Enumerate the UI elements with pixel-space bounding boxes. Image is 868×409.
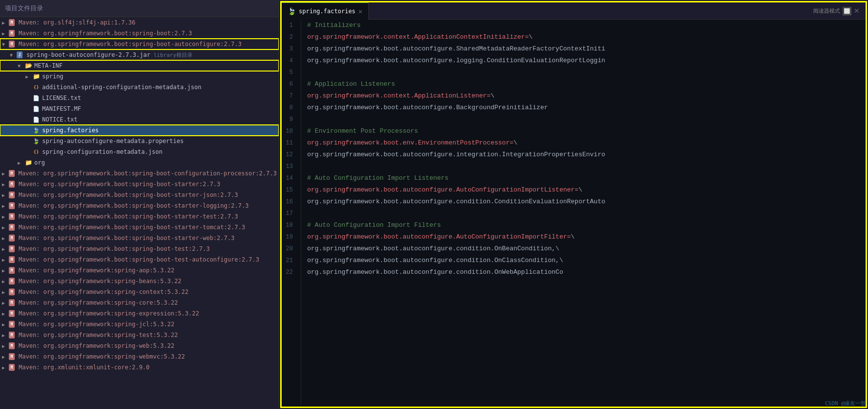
reading-mode-button[interactable]: 阅读器模式 🔲 ✕: [813, 6, 860, 16]
tree-arrow[interactable]: ▶: [2, 192, 9, 198]
tree-arrow[interactable]: ▶: [2, 279, 9, 284]
tab-spring-factories[interactable]: 🍃 spring.factories ✕: [282, 2, 369, 20]
file-icon: M: [9, 169, 17, 177]
tree-arrow[interactable]: ▶: [25, 74, 32, 79]
tree-item-maven-spring-boot[interactable]: ▶MMaven: org.springframework.boot:spring…: [0, 28, 279, 39]
tree-arrow[interactable]: ▶: [2, 333, 9, 338]
code-line: # Initializers: [307, 20, 866, 31]
tree-item-org-folder[interactable]: ▶📁org: [0, 157, 279, 168]
tree-arrow[interactable]: ▼: [10, 52, 17, 58]
tree-arrow[interactable]: ▶: [2, 354, 9, 360]
file-icon: M: [9, 19, 17, 26]
tree-arrow[interactable]: ▶: [2, 20, 9, 25]
tree-item-jar-autoconfigure[interactable]: ▼Jspring-boot-autoconfigure-2.7.3.jar li…: [0, 49, 279, 60]
tree-item-label: Maven: org.springframework:spring-webmvc…: [19, 353, 185, 360]
line-number: 16: [282, 196, 297, 208]
tree-item-maven-slf4j[interactable]: ▶MMaven: org.slf4j:slf4j-api:1.7.36: [0, 17, 279, 28]
tree-item-maven-boot-test-auto[interactable]: ▶MMaven: org.springframework.boot:spring…: [0, 254, 279, 265]
code-content: org.springframework.context.ApplicationC…: [307, 31, 532, 43]
tree-item-label: spring: [42, 73, 63, 80]
tree-item-maven-spring-context[interactable]: ▶MMaven: org.springframework:spring-cont…: [0, 287, 279, 297]
tree-item-add-spring-config[interactable]: {}additional-spring-configuration-metada…: [0, 82, 279, 93]
code-content: org.springframework.boot.autoconfigure.c…: [307, 266, 563, 278]
tree-arrow[interactable]: ▶: [2, 311, 9, 316]
tree-item-maven-starter-test[interactable]: ▶MMaven: org.springframework.boot:spring…: [0, 211, 279, 222]
tree-item-maven-spring-web[interactable]: ▶MMaven: org.springframework:spring-web:…: [0, 340, 279, 351]
tree-item-notice[interactable]: 📄NOTICE.txt: [0, 114, 279, 125]
line-number: 6: [282, 78, 297, 90]
tree-item-maven-starter-web[interactable]: ▶MMaven: org.springframework.boot:spring…: [0, 233, 279, 243]
tree-item-maven-spring-test[interactable]: ▶MMaven: org.springframework:spring-test…: [0, 330, 279, 340]
tree-item-maven-spring-expression[interactable]: ▶MMaven: org.springframework:spring-expr…: [0, 308, 279, 319]
code-area[interactable]: # Initializersorg.springframework.contex…: [301, 20, 866, 407]
tree-arrow[interactable]: ▼: [2, 42, 9, 47]
tree-item-maven-config-processor[interactable]: ▶MMaven: org.springframework.boot:spring…: [0, 168, 279, 179]
tree-arrow[interactable]: ▶: [2, 343, 9, 349]
code-line: # Application Listeners: [307, 78, 866, 90]
tree-item-maven-boot-test[interactable]: ▶MMaven: org.springframework.boot:spring…: [0, 243, 279, 254]
tree-arrow[interactable]: ▶: [2, 268, 9, 273]
tab-close-icon[interactable]: ✕: [359, 7, 362, 15]
tree-arrow[interactable]: ▶: [2, 322, 9, 327]
file-icon: M: [9, 277, 17, 285]
code-content: org.springframework.boot.autoconfigure.A…: [307, 231, 575, 243]
tree-arrow[interactable]: ▶: [2, 257, 9, 263]
tree-item-label: Maven: org.springframework:spring-test:5…: [19, 332, 178, 338]
tree-arrow[interactable]: ▶: [2, 246, 9, 252]
tree-item-maven-starter-tomcat[interactable]: ▶MMaven: org.springframework.boot:spring…: [0, 222, 279, 233]
tree-item-maven-starter[interactable]: ▶MMaven: org.springframework.boot:spring…: [0, 179, 279, 190]
line-number: 11: [282, 137, 297, 149]
code-line: org.springframework.boot.autoconfigure.B…: [307, 102, 866, 114]
file-icon: M: [9, 256, 17, 264]
tree-arrow[interactable]: ▶: [2, 300, 9, 306]
code-line: org.springframework.boot.autoconfigure.i…: [307, 149, 866, 161]
tree-item-label: Maven: org.xmlunit:xmlunit-core:2.9.0: [19, 364, 149, 371]
tree-item-maven-autoconfigure[interactable]: ▼MMaven: org.springframework.boot:spring…: [0, 39, 279, 49]
tree-arrow[interactable]: ▶: [2, 214, 9, 219]
code-content: org.springframework.boot.autoconfigure.c…: [307, 255, 563, 266]
tree-item-license[interactable]: 📄LICENSE.txt: [0, 93, 279, 103]
tree-item-spring-config-meta[interactable]: {}spring-configuration-metadata.json: [0, 146, 279, 157]
file-icon: M: [9, 29, 17, 37]
tree-item-maven-spring-aop[interactable]: ▶MMaven: org.springframework:spring-aop:…: [0, 265, 279, 276]
tree-arrow[interactable]: ▶: [2, 171, 9, 176]
tree-arrow[interactable]: ▶: [2, 203, 9, 209]
tree-item-label: Maven: org.springframework:spring-contex…: [19, 289, 189, 295]
tree-item-maven-spring-jcl[interactable]: ▶MMaven: org.springframework:spring-jcl:…: [0, 319, 279, 330]
tree-item-spring-autoconfigure-meta[interactable]: 🍃spring-autoconfigure-metadata.propertie…: [0, 136, 279, 146]
tree-item-maven-starter-json[interactable]: ▶MMaven: org.springframework.boot:spring…: [0, 190, 279, 200]
tree-item-spring-factories[interactable]: 🍃spring.factories: [0, 125, 279, 136]
file-icon: M: [9, 213, 17, 220]
file-icon: 📁: [24, 159, 32, 167]
tree-item-maven-xmlunit[interactable]: ▶MMaven: org.xmlunit:xmlunit-core:2.9.0: [0, 362, 279, 373]
tree-item-label: additional-spring-configuration-metadata…: [42, 84, 201, 91]
tree-arrow[interactable]: ▶: [2, 31, 9, 36]
tree-item-maven-spring-core[interactable]: ▶MMaven: org.springframework:spring-core…: [0, 297, 279, 308]
code-line: # Environment Post Processors: [307, 125, 866, 137]
line-number: 18: [282, 219, 297, 231]
reading-mode-label: 阅读器模式: [813, 7, 840, 15]
code-line: [307, 208, 866, 219]
file-icon: M: [9, 180, 17, 188]
tree-item-maven-starter-logging[interactable]: ▶MMaven: org.springframework.boot:spring…: [0, 200, 279, 211]
tree-item-maven-spring-webmvc[interactable]: ▶MMaven: org.springframework:spring-webm…: [0, 351, 279, 362]
tree-arrow[interactable]: ▶: [2, 289, 9, 295]
panel-header: 项目文件目录: [0, 0, 279, 17]
tree-item-manifest[interactable]: 📄MANIFEST.MF: [0, 103, 279, 114]
tree-item-spring-folder[interactable]: ▶📁spring: [0, 71, 279, 82]
tree-item-label: NOTICE.txt: [42, 116, 77, 123]
tree-arrow[interactable]: ▶: [2, 225, 9, 230]
tree-item-meta-inf[interactable]: ▼📂META-INF: [0, 60, 279, 71]
tree-arrow[interactable]: ▶: [2, 365, 9, 370]
tree-arrow[interactable]: ▶: [2, 236, 9, 241]
tree-arrow[interactable]: ▶: [18, 160, 24, 166]
tree-arrow[interactable]: ▶: [2, 182, 9, 187]
tree-container[interactable]: ▶MMaven: org.slf4j:slf4j-api:1.7.36▶MMav…: [0, 17, 279, 409]
code-line: org.springframework.boot.autoconfigure.S…: [307, 43, 866, 55]
code-line: org.springframework.boot.autoconfigure.A…: [307, 184, 866, 196]
code-line: # Auto Configuration Import Listeners: [307, 172, 866, 184]
tree-arrow[interactable]: ▼: [18, 63, 24, 69]
code-content: org.springframework.boot.autoconfigure.c…: [307, 196, 605, 208]
tree-item-label: Maven: org.springframework.boot:spring-b…: [19, 202, 249, 209]
tree-item-maven-spring-beans[interactable]: ▶MMaven: org.springframework:spring-bean…: [0, 276, 279, 287]
